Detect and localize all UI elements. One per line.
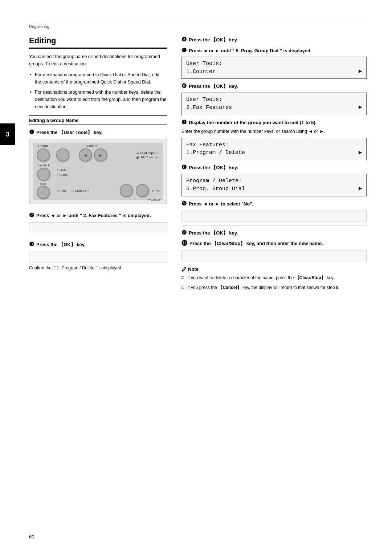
lcd-8-line1: Program / Delete: xyxy=(186,177,242,185)
step-3: ❸ Press the 【OK】 key. xyxy=(29,241,167,248)
lcd-5-line2: 1.Counter xyxy=(186,68,216,76)
halftone-indicator xyxy=(87,190,89,192)
step-6: ❻ Press the 【OK】 key. User Tools: 2.Fax … xyxy=(181,82,367,115)
help-button[interactable] xyxy=(37,186,50,199)
lcd-6-row2: 2.Fax Features ► xyxy=(186,103,362,111)
intro-bullets: For destinations programmed in Quick Dia… xyxy=(29,71,167,110)
right-nav-button[interactable]: ► xyxy=(94,148,107,162)
fine-label: Fine xyxy=(61,189,66,192)
bottom-button-1[interactable] xyxy=(120,184,133,197)
page: Registering 3 Editing You can edit the g… xyxy=(0,0,392,554)
step-11-text: Press the 【Clear/Stop】 key, and then ent… xyxy=(189,240,323,247)
section-title: Editing xyxy=(29,36,167,49)
add-toner-label: Add Toner xyxy=(140,156,154,159)
note-section: 🖊 Note If you want to delete a character… xyxy=(181,266,367,291)
lcd-7-row2: 1.Program / Delete ► xyxy=(186,149,362,157)
step-11: ⓫ Press the 【Clear/Stop】 key, and then e… xyxy=(181,240,367,247)
step-9: ❾ Press ◄ or ► to select "No". xyxy=(181,200,367,207)
step-7: ❼ Display the number of the group you wa… xyxy=(181,119,367,160)
step-10-header: ❿ Press the 【OK】 key. xyxy=(181,229,367,236)
sep-2 xyxy=(29,237,167,237)
step-10-num: ❿ xyxy=(181,229,187,236)
intro-paragraph: You can edit the group name or add desti… xyxy=(29,53,167,68)
step-5-header: ❺ Press ◄ or ► until " 5. Prog. Group Di… xyxy=(181,47,367,54)
step-8-num: ❽ xyxy=(181,164,187,171)
lcd-5-arrow: ► xyxy=(358,68,362,76)
step-7-num: ❼ xyxy=(181,119,187,126)
step-5: ❺ Press ◄ or ► until " 5. Prog. Group Di… xyxy=(181,47,367,79)
step-4-header: ❹ Press the 【OK】 key. xyxy=(181,36,367,43)
step-8-text: Press the 【OK】 key. xyxy=(189,164,238,171)
step-9-header: ❾ Press ◄ or ► to select "No". xyxy=(181,200,367,207)
halftone-dot xyxy=(72,190,74,192)
lcd-6-arrow: ► xyxy=(358,103,362,111)
add-toner-indicator xyxy=(155,156,158,159)
step-2-header: ❷ Press ◄ or ► until " 2. Fax Features "… xyxy=(29,212,167,219)
panel-inner: Option Cancel ◄ ► xyxy=(33,143,163,200)
note-title: 🖊 Note xyxy=(181,266,367,272)
step-10-text: Press the 【OK】 key. xyxy=(189,230,238,236)
chapter-marker: 3 xyxy=(0,123,15,145)
lcd-5-row1: User Tools: xyxy=(186,60,362,68)
step-3-text: Press the 【OK】 key. xyxy=(36,241,86,248)
lcd-5-row2: 1.Counter ► xyxy=(186,68,362,76)
user-tools-button[interactable] xyxy=(37,168,50,181)
step-3-num: ❸ xyxy=(29,241,34,248)
step-1: ❶ Press the 【User Tools】 key. Option Can… xyxy=(29,129,167,204)
lcd-7-line2: 1.Program / Delete xyxy=(186,149,245,156)
lcd-8-arrow: ► xyxy=(358,185,362,193)
auto-dot xyxy=(57,169,60,171)
main-content: Editing You can edit the group name or a… xyxy=(29,36,367,294)
step-9-display xyxy=(181,211,367,221)
right-column: ❹ Press the 【OK】 key. ❺ Press ◄ or ► unt… xyxy=(181,36,367,294)
step-7-body: Enter the group number with the number k… xyxy=(181,128,367,135)
load-paper-indicator xyxy=(157,152,159,154)
step-4-num: ❹ xyxy=(181,36,187,43)
option-label: Option xyxy=(38,144,48,148)
step-10: ❿ Press the 【OK】 key. xyxy=(181,229,367,236)
left-column: Editing You can edit the group name or a… xyxy=(29,36,167,294)
subsection-title: Editing a Group Name xyxy=(29,115,167,125)
bullet-item: For destinations programmed in Quick Dia… xyxy=(29,71,167,86)
step-7-text: Display the number of the group you want… xyxy=(189,120,317,125)
step-7-header: ❼ Display the number of the group you wa… xyxy=(181,119,367,126)
note-item-2: If you press the 【Cancel】 key, the displ… xyxy=(181,284,367,291)
left-nav-button[interactable]: ◄ xyxy=(79,148,92,162)
cancel-button[interactable] xyxy=(56,148,69,162)
header-label: Registering xyxy=(29,24,367,29)
step-8-header: ❽ Press the 【OK】 key. xyxy=(181,164,367,171)
lcd-6-row1: User Tools: xyxy=(186,96,362,103)
right-corner-arrow: ⇨ xyxy=(156,188,159,193)
step-1-num: ❶ xyxy=(29,129,34,135)
step-6-header: ❻ Press the 【OK】 key. xyxy=(181,82,367,90)
step-5-text: Press ◄ or ► until " 5. Prog. Group Dial… xyxy=(189,48,312,53)
step-2-text: Press ◄ or ► until " 2. Fax Features " i… xyxy=(36,213,151,218)
lcd-5: User Tools: 1.Counter ► xyxy=(181,57,367,79)
sep-9 xyxy=(181,225,367,225)
sep-1 xyxy=(29,208,167,208)
step-4-text: Press the 【OK】 key. xyxy=(189,37,238,43)
note-icon: 🖊 xyxy=(181,266,187,272)
panel-ref: Z7WB140E xyxy=(33,199,163,201)
lcd-7-arrow: ► xyxy=(358,149,362,157)
confirm-text: Confirm that " 1. Program / Delete " is … xyxy=(29,265,167,271)
corner-arrow: ↵ xyxy=(152,188,155,193)
control-panel: Option Cancel ◄ ► xyxy=(29,139,167,204)
option-button[interactable] xyxy=(37,148,50,162)
lcd-7-row1: Fax Features: xyxy=(186,141,362,149)
bottom-button-2[interactable] xyxy=(136,184,149,197)
lcd-8-row1: Program / Delete: xyxy=(186,177,362,185)
step-4: ❹ Press the 【OK】 key. xyxy=(181,36,367,43)
lcd-5-line1: User Tools: xyxy=(186,60,222,68)
detail-dot xyxy=(57,174,60,176)
halftone-label: Halftone xyxy=(75,189,86,192)
auto-label: Auto xyxy=(61,168,66,172)
step-1-header: ❶ Press the 【User Tools】 key. xyxy=(29,129,167,136)
step-3-display xyxy=(29,252,167,262)
step-2-display xyxy=(29,222,167,233)
note-item-1: If you want to delete a character of the… xyxy=(181,274,367,281)
lcd-6-line1: User Tools: xyxy=(186,96,222,103)
load-paper-label: Load Paper xyxy=(140,151,155,155)
fine-dot xyxy=(57,190,60,192)
help-label: Help xyxy=(40,182,46,186)
